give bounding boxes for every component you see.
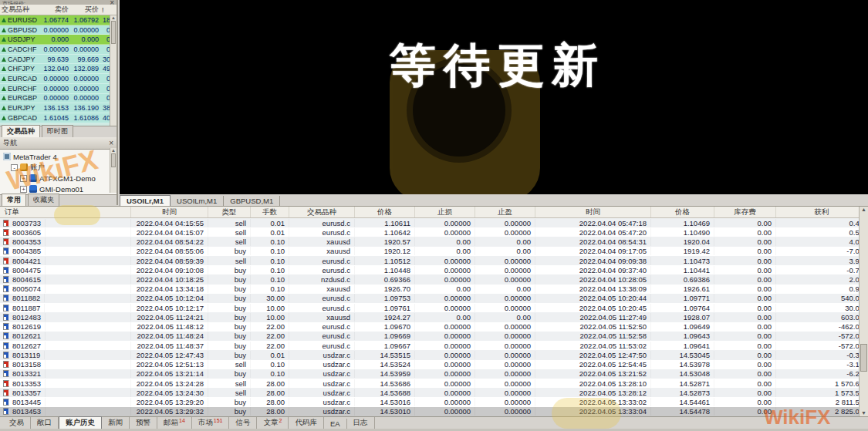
- close-icon[interactable]: ×: [110, 0, 114, 5]
- history-cell: 14.54461: [651, 398, 714, 406]
- history-column-header[interactable]: 价格: [651, 207, 714, 217]
- chart-area[interactable]: 等待更新 FX: [120, 0, 868, 194]
- history-column-header[interactable]: 获利: [776, 207, 868, 217]
- history-cell: eurusd.c: [289, 257, 355, 265]
- history-row[interactable]: 80046152022.04.04 10:18:25buy0.10nzdusd.…: [0, 274, 868, 284]
- history-row[interactable]: 80037332022.04.04 04:15:55sell0.01eurusd…: [0, 218, 868, 227]
- history-row[interactable]: 80133572022.04.05 13:24:30sell28.00usdza…: [0, 388, 868, 397]
- expand-icon[interactable]: +: [20, 175, 27, 182]
- tab-tick-chart[interactable]: 即时图: [42, 125, 73, 137]
- history-row[interactable]: 80133532022.04.05 13:24:28sell28.00usdza…: [0, 379, 868, 388]
- history-row[interactable]: 80126212022.04.05 11:48:24buy22.00eurusd…: [0, 332, 868, 341]
- history-row[interactable]: 80134532022.04.05 13:29:32buy28.00usdzar…: [0, 407, 868, 416]
- market-watch-row[interactable]: GBPUSD0.000000.000000: [0, 25, 117, 35]
- tab-favorites[interactable]: 收藏夹: [28, 194, 59, 206]
- column-bid[interactable]: 卖价: [40, 5, 70, 15]
- history-cell: 1.09641: [651, 342, 714, 350]
- history-row[interactable]: 80131192022.04.05 12:47:43buy0.01usdzar.…: [0, 350, 868, 359]
- history-row[interactable]: 80126272022.04.05 11:48:37buy22.00eurusd…: [0, 341, 868, 350]
- history-column-header[interactable]: 库存费: [714, 207, 776, 217]
- history-row[interactable]: 80126192022.04.05 11:48:12buy22.00eurusd…: [0, 322, 868, 332]
- market-watch-row[interactable]: CADJPY99.63999.66930: [0, 55, 117, 65]
- column-alert[interactable]: !: [100, 6, 112, 14]
- terminal-tab-日志[interactable]: 日志: [347, 417, 375, 429]
- history-row[interactable]: 80050742022.04.04 13:34:18buy0.10xauusd1…: [0, 285, 868, 294]
- history-column-header[interactable]: 类型: [208, 207, 251, 217]
- terminal-tab-账户历史[interactable]: 账户历史: [59, 416, 102, 429]
- tree-item-accounts[interactable]: - 账户: [11, 162, 117, 173]
- terminal-tab-邮箱[interactable]: 邮箱14: [157, 417, 192, 429]
- history-row[interactable]: 80036052022.04.04 04:15:07sell0.01eurusd…: [0, 227, 868, 237]
- chart-tab-usoilm[interactable]: USOILm,M1: [171, 196, 224, 206]
- history-row[interactable]: 80118822022.04.05 10:12:04buy30.00eurusd…: [0, 294, 868, 303]
- terminal-tab-信号[interactable]: 信号: [229, 417, 257, 429]
- history-cell: buy: [208, 275, 251, 284]
- navigator-scrollbar[interactable]: ▲: [110, 148, 117, 193]
- history-row[interactable]: 80131582022.04.05 12:51:13sell0.10usdzar…: [0, 360, 868, 369]
- history-cell: 2022.04.05 10:20:44: [535, 294, 651, 302]
- chart-tab-gbpusd[interactable]: GBPUSD,M1: [224, 196, 280, 206]
- tree-item-metatrader[interactable]: MetaTrader 4: [3, 151, 117, 162]
- terminal-tab-代码库[interactable]: 代码库: [289, 417, 324, 429]
- history-row[interactable]: 80134452022.04.05 13:29:20buy28.00usdzar…: [0, 397, 868, 406]
- column-symbol[interactable]: 交易品种: [0, 5, 40, 15]
- history-cell: 14.53688: [355, 389, 415, 397]
- symbol-label: USDJPY: [8, 35, 35, 43]
- close-icon[interactable]: ×: [109, 140, 113, 146]
- history-column-header[interactable]: 订单: [0, 207, 131, 217]
- terminal-tab-预警[interactable]: 预警: [130, 417, 157, 429]
- market-watch-row[interactable]: EURCHF0.000000.000000: [0, 84, 117, 94]
- tab-symbols[interactable]: 交易品种: [2, 125, 40, 137]
- history-column-header[interactable]: 止盈: [475, 207, 535, 217]
- market-watch-row[interactable]: CADCHF0.000000.000000: [0, 45, 117, 55]
- history-column-header[interactable]: 时间: [131, 207, 208, 217]
- history-column-header[interactable]: 手数: [251, 207, 289, 217]
- history-row[interactable]: 80118872022.04.05 10:12:17buy10.00eurusd…: [0, 303, 868, 312]
- collapse-icon[interactable]: -: [11, 164, 18, 171]
- market-watch-row[interactable]: USDJPY0.0000.0000: [0, 35, 117, 45]
- symbol-label: EURCHF: [8, 85, 37, 93]
- market-watch-row[interactable]: EURCAD0.000000.000000: [0, 74, 117, 84]
- market-watch-tabs: 交易品种 即时图: [0, 126, 117, 137]
- history-row[interactable]: 80043532022.04.04 08:54:22sell0.10xauusd…: [0, 237, 868, 246]
- order-sell-icon: [3, 380, 9, 387]
- history-row[interactable]: 80124832022.04.05 11:24:21buy10.00xauusd…: [0, 312, 868, 322]
- history-row[interactable]: 80044752022.04.04 09:10:08buy0.10eurusd.…: [0, 265, 868, 274]
- terminal-tab-市场[interactable]: 市场151: [192, 417, 230, 429]
- history-column-header[interactable]: 止损: [415, 207, 475, 217]
- terminal-tab-EA[interactable]: EA: [324, 419, 347, 429]
- market-watch-row[interactable]: CHFJPY132.040132.08949: [0, 64, 117, 74]
- market-watch-row[interactable]: EURUSD1.067741.0679218: [0, 15, 117, 25]
- column-ask[interactable]: 买价: [70, 5, 100, 15]
- history-cell: -0.70: [776, 266, 868, 274]
- expand-icon[interactable]: +: [20, 186, 27, 193]
- market-watch-row[interactable]: EURGBP0.000000.000000: [0, 94, 117, 104]
- tree-item-account[interactable]: +GMI-Demo01: [20, 184, 117, 194]
- navigator-tabs: 常用 收藏夹: [0, 194, 117, 206]
- tree-item-account[interactable]: +ATFXGM1-Demo: [20, 173, 117, 184]
- terminal-tab-badge: 2: [279, 418, 282, 423]
- market-watch-row[interactable]: EURJPY136.153136.19038: [0, 103, 117, 113]
- market-watch-scrollbar[interactable]: ▲: [110, 15, 117, 126]
- history-cell: 0.00000: [475, 360, 535, 369]
- history-row[interactable]: 80133212022.04.05 13:21:14buy0.10usdzar.…: [0, 369, 868, 379]
- history-row[interactable]: 80043852022.04.04 08:55:06buy0.10xauusd1…: [0, 247, 868, 256]
- market-watch-row[interactable]: GBPCAD1.610451.6108640: [0, 113, 117, 123]
- terminal-tab-新闻[interactable]: 新闻: [102, 417, 130, 429]
- history-cell: -3.12: [776, 360, 868, 369]
- terminal-tab-敞口[interactable]: 敞口: [31, 417, 59, 429]
- history-column-header[interactable]: 交易品种: [289, 207, 355, 217]
- terminal-tab-交易[interactable]: 交易: [3, 417, 31, 429]
- terminal-tab-文章[interactable]: 文章2: [257, 417, 289, 429]
- history-cell: sell: [208, 379, 251, 388]
- history-column-header[interactable]: 价格: [355, 207, 415, 217]
- order-number: 8004475: [12, 266, 46, 274]
- history-row[interactable]: 80044212022.04.04 08:59:39sell0.10eurusd…: [0, 256, 868, 265]
- symbol-trend-icon: [2, 37, 6, 42]
- tab-common[interactable]: 常用: [2, 194, 26, 206]
- history-cell: 0.00: [714, 342, 776, 350]
- chart-tab-usoilr[interactable]: USOILr,M1: [120, 195, 171, 206]
- history-scrollbar[interactable]: ▲ ▼: [859, 207, 868, 416]
- history-column-header[interactable]: 时间: [535, 207, 651, 217]
- history-cell: 1.09771: [651, 294, 714, 302]
